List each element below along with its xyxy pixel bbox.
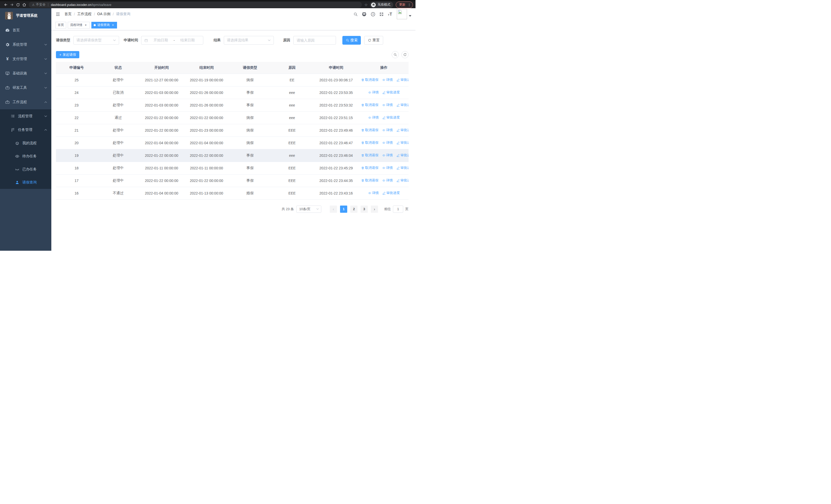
- sidebar-item-流程管理[interactable]: 流程管理: [0, 109, 51, 123]
- browser-back-icon[interactable]: [3, 2, 9, 8]
- address-bar[interactable]: ⚠ 不安全 dashboard.yudao.iocoder.cn/bpm/oa/…: [29, 2, 362, 8]
- leave-type-select[interactable]: 请选择请假类型: [74, 36, 119, 45]
- active-dot-icon: [94, 24, 96, 26]
- browser-update-button[interactable]: 更新 ⋮: [396, 2, 413, 8]
- sidebar-item-请假查询[interactable]: 请假查询: [0, 176, 51, 189]
- progress-action-link[interactable]: 审批进度: [382, 191, 400, 195]
- detail-action-link[interactable]: 详情: [368, 90, 379, 95]
- sidebar: 芋道管理系统 首页 系统管理 ¥ 支付管理 基础设施 研发工具 工作流程 流程管…: [0, 8, 51, 251]
- sidebar-item-已办任务[interactable]: 已办任务: [0, 163, 51, 176]
- search-button[interactable]: 搜索: [342, 36, 361, 45]
- detail-action-link[interactable]: 详情: [368, 191, 379, 195]
- detail-action-link[interactable]: 详情: [382, 140, 393, 145]
- cancel-action-link[interactable]: 取消请假: [361, 178, 378, 183]
- cancel-action-link[interactable]: 取消请假: [361, 78, 378, 82]
- cell-leave-type: 病假: [229, 124, 271, 137]
- cancel-action-link[interactable]: 取消请假: [361, 153, 378, 157]
- progress-action-link[interactable]: 审批进度: [397, 128, 408, 132]
- tag-view-流程详情[interactable]: 流程详情 ×: [68, 22, 90, 28]
- sidebar-item-工作流程[interactable]: 工作流程: [0, 95, 51, 109]
- detail-action-link[interactable]: 详情: [368, 115, 379, 120]
- next-page-button[interactable]: ›: [371, 206, 378, 213]
- detail-action-link[interactable]: 详情: [382, 178, 393, 183]
- page-button-1[interactable]: 1: [340, 206, 347, 213]
- header-search-icon[interactable]: [353, 12, 358, 17]
- breadcrumb-item[interactable]: 工作流程: [77, 12, 92, 17]
- avatar[interactable]: [397, 9, 407, 19]
- cell-id: 16: [56, 187, 97, 199]
- browser-home-icon[interactable]: [21, 2, 27, 8]
- cancel-action-link[interactable]: 取消请假: [361, 128, 378, 132]
- cancel-action-link[interactable]: 取消请假: [361, 166, 378, 170]
- sidebar-item-系统管理[interactable]: 系统管理: [0, 37, 51, 52]
- progress-action-link[interactable]: 审批进度: [397, 78, 408, 82]
- browser-forward-icon[interactable]: [9, 2, 15, 8]
- cell-id: 20: [56, 137, 97, 149]
- close-icon[interactable]: ×: [84, 23, 87, 27]
- toggle-search-button[interactable]: [392, 51, 399, 58]
- trash-icon: [361, 179, 365, 182]
- sidebar-item-支付管理[interactable]: ¥ 支付管理: [0, 52, 51, 66]
- sidebar-item-待办任务[interactable]: 待办任务: [0, 150, 51, 163]
- refresh-table-button[interactable]: [401, 51, 408, 58]
- detail-action-link[interactable]: 详情: [382, 102, 393, 107]
- goto-page-input[interactable]: [393, 206, 403, 213]
- start-date-placeholder[interactable]: 开始日期: [148, 38, 173, 42]
- cancel-action-link[interactable]: 取消请假: [361, 140, 378, 145]
- tag-view-首页[interactable]: 首页 ×: [55, 22, 66, 28]
- progress-action-link[interactable]: 审批进度: [397, 140, 408, 145]
- table-row: 20 处理中 2022-01-04 00:00:00 2022-01-04 00…: [56, 137, 408, 149]
- sidebar-item-研发工具[interactable]: 研发工具: [0, 81, 51, 95]
- apply-time-range-picker[interactable]: 开始日期 - 结束日期: [141, 36, 203, 45]
- create-leave-button[interactable]: + 发起请假: [56, 51, 79, 58]
- sidebar-item-任务管理[interactable]: 任务管理: [0, 123, 51, 137]
- end-date-placeholder[interactable]: 结束日期: [175, 38, 200, 42]
- tag-view-请假查询[interactable]: 请假查询 ×: [91, 22, 117, 28]
- detail-action-link[interactable]: 详情: [382, 78, 393, 82]
- progress-action-link[interactable]: 审批进度: [382, 90, 400, 95]
- bookmark-star-icon[interactable]: ☆: [365, 3, 368, 7]
- sidebar-item-我的流程[interactable]: 我的流程: [0, 137, 51, 150]
- page-size-select[interactable]: 10条/页: [296, 206, 321, 213]
- page-button-3[interactable]: 3: [361, 206, 368, 213]
- font-size-icon[interactable]: [388, 11, 393, 17]
- reason-input-wrap: [293, 36, 336, 45]
- app-logo[interactable]: 芋道管理系统: [0, 8, 51, 23]
- close-icon[interactable]: ×: [111, 23, 115, 27]
- prev-page-button[interactable]: ‹: [330, 206, 337, 213]
- reason-input[interactable]: [294, 36, 336, 45]
- sidebar-item-基础设施[interactable]: 基础设施: [0, 66, 51, 81]
- browser-menu-icon[interactable]: ⋮: [407, 3, 411, 7]
- sidebar-item-label: 工作流程: [12, 100, 27, 105]
- cell-reason: eee: [271, 111, 313, 124]
- progress-action-link[interactable]: 审批进度: [397, 178, 408, 183]
- col-header-apply-time: 申请时间: [313, 62, 359, 73]
- progress-action-link[interactable]: 审批进度: [397, 102, 408, 107]
- progress-action-link[interactable]: 审批进度: [382, 115, 400, 120]
- pencil-icon: [397, 141, 400, 145]
- page-button-2[interactable]: 2: [350, 206, 357, 213]
- avatar-caret-icon[interactable]: [409, 15, 411, 17]
- help-icon[interactable]: [371, 12, 375, 17]
- reset-button[interactable]: 重置: [364, 36, 383, 45]
- result-select[interactable]: 请选择流结果: [224, 36, 274, 45]
- browser-reload-icon[interactable]: [15, 2, 21, 8]
- detail-action-link[interactable]: 详情: [382, 153, 393, 157]
- sidebar-item-首页[interactable]: 首页: [0, 23, 51, 37]
- breadcrumb-item[interactable]: 首页: [64, 12, 71, 17]
- reason-label: 原因: [283, 38, 290, 42]
- detail-action-link[interactable]: 详情: [382, 166, 393, 170]
- fullscreen-icon[interactable]: [379, 12, 384, 17]
- eye-icon: [368, 191, 371, 195]
- calendar-icon: [144, 38, 148, 42]
- progress-action-link[interactable]: 审批进度: [397, 166, 408, 170]
- cell-end-time: 2022-01-26 00:00:00: [184, 99, 229, 111]
- github-icon[interactable]: [362, 11, 367, 17]
- breadcrumb-item[interactable]: OA 示例: [97, 12, 110, 17]
- progress-action-link[interactable]: 审批进度: [397, 153, 408, 157]
- pencil-icon: [397, 154, 400, 157]
- cancel-action-link[interactable]: 取消请假: [361, 102, 378, 107]
- sidebar-fold-icon[interactable]: [55, 12, 60, 17]
- detail-action-link[interactable]: 详情: [382, 128, 393, 132]
- eye-closed-icon: [15, 167, 20, 172]
